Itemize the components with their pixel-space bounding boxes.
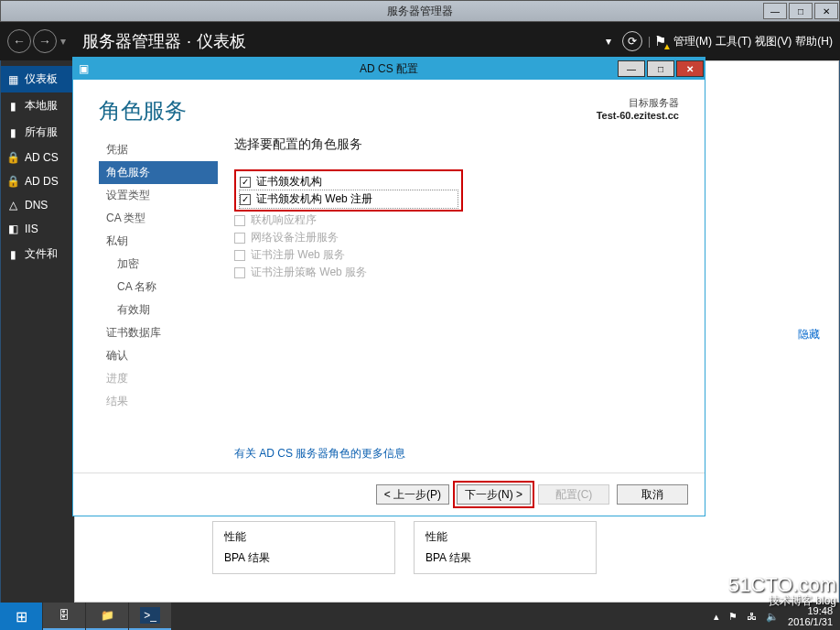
wizard-nav: 凭据 角色服务 设置类型 CA 类型 私钥 加密 CA 名称 有效期 证书数据库…: [99, 129, 218, 472]
sidebar-item-0[interactable]: ▦仪表板: [1, 66, 74, 92]
sidebar-item-icon: ◧: [6, 223, 19, 235]
content-title: 选择要配置的角色服务: [234, 136, 679, 153]
checkbox: [234, 250, 245, 261]
refresh-button[interactable]: ⟳: [622, 31, 642, 51]
taskbar-server-manager[interactable]: 🗄: [43, 603, 85, 630]
role-checkbox-row-2: 联机响应程序: [234, 212, 679, 229]
dialog-maximize-button[interactable]: □: [647, 60, 674, 77]
sidebar-item-5[interactable]: △DNS: [1, 193, 74, 217]
adcs-config-dialog: ▣ AD CS 配置 — □ ✕ 角色服务 目标服务器 Test-60.ezit…: [72, 57, 705, 516]
sidebar-item-3[interactable]: 🔒AD CS: [1, 146, 74, 169]
menu-help[interactable]: 帮助(H): [795, 34, 833, 49]
tray-volume-icon[interactable]: 🔈: [766, 611, 779, 623]
wizard-nav-cert-db[interactable]: 证书数据库: [99, 321, 218, 344]
wizard-nav-ca-type[interactable]: CA 类型: [99, 207, 218, 230]
role-checkbox-row-1[interactable]: 证书颁发机构 Web 注册: [240, 190, 458, 208]
wizard-nav-role-services[interactable]: 角色服务: [99, 161, 218, 184]
checkbox[interactable]: [240, 177, 251, 188]
sidebar-item-icon: ▮: [6, 100, 19, 113]
prev-button[interactable]: < 上一步(P): [376, 484, 449, 505]
arrow-left-icon: ←: [13, 34, 26, 49]
outer-window-title: 服务器管理器: [387, 4, 453, 19]
dialog-button-row: < 上一步(P) 下一步(N) > 配置(C) 取消: [73, 473, 705, 516]
wizard-nav-cryptography[interactable]: 加密: [99, 253, 218, 276]
sidebar-item-2[interactable]: ▮所有服: [1, 119, 74, 146]
dialog-close-button[interactable]: ✕: [676, 60, 704, 77]
start-button[interactable]: ⊞: [0, 603, 42, 630]
sidebar-item-7[interactable]: ▮文件和: [1, 241, 74, 267]
server-manager-icon: 🗄: [59, 609, 70, 622]
nav-back-button[interactable]: ←: [7, 29, 31, 53]
system-tray[interactable]: ▴ ⚑ 🖧 🔈 19:48 2016/1/31: [714, 605, 840, 627]
tray-time: 19:48: [788, 605, 833, 616]
highlighted-roles-box: 证书颁发机构证书颁发机构 Web 注册: [234, 169, 463, 212]
tray-network-icon[interactable]: 🖧: [747, 611, 757, 622]
sidebar-item-4[interactable]: 🔒AD DS: [1, 169, 74, 193]
wizard-nav-credentials[interactable]: 凭据: [99, 138, 218, 161]
tile-result: BPA 结果: [425, 550, 585, 566]
cancel-button[interactable]: 取消: [617, 484, 688, 505]
role-label: 联机响应程序: [251, 212, 317, 228]
taskbar: ⊞ 🗄 📁 >_ ▴ ⚑ 🖧 🔈 19:48 2016/1/31: [0, 603, 840, 630]
learn-more-link[interactable]: 有关 AD CS 服务器角色的更多信息: [234, 446, 679, 462]
taskbar-powershell[interactable]: >_: [129, 603, 171, 630]
sidebar-item-icon: △: [6, 199, 19, 212]
sidebar-item-icon: 🔒: [6, 151, 19, 164]
wizard-nav-private-key[interactable]: 私钥: [99, 230, 218, 253]
dialog-heading: 角色服务: [99, 96, 187, 125]
role-label: 证书注册策略 Web 服务: [251, 265, 367, 280]
outer-window-titlebar: 服务器管理器 — □ ✕: [0, 0, 840, 22]
role-label: 证书颁发机构: [256, 174, 322, 190]
dialog-title: AD CS 配置: [360, 61, 418, 77]
nav-forward-button[interactable]: →: [33, 29, 57, 53]
target-server-value: Test-60.ezitest.cc: [597, 110, 679, 121]
sidebar-item-1[interactable]: ▮本地服: [1, 92, 74, 119]
outer-maximize-button[interactable]: □: [789, 3, 813, 19]
breadcrumb: 服务器管理器 · 仪表板: [82, 30, 246, 52]
target-server-label: 目标服务器: [597, 96, 679, 110]
tray-clock[interactable]: 19:48 2016/1/31: [788, 605, 833, 627]
dialog-minimize-button[interactable]: —: [618, 60, 645, 77]
role-checkbox-row-4: 证书注册 Web 服务: [234, 246, 679, 264]
dialog-system-icon: ▣: [79, 62, 89, 75]
outer-minimize-button[interactable]: —: [763, 3, 787, 19]
role-checkbox-row-5: 证书注册策略 Web 服务: [234, 264, 679, 281]
server-manager-header: ← → ▾ 服务器管理器 · 仪表板 ▾ ⟳ | ⚑ ▲ 管理(M) 工具(T)…: [0, 22, 840, 60]
outer-close-button[interactable]: ✕: [814, 3, 838, 19]
tile-performance-1: 性能 BPA 结果: [212, 521, 395, 574]
role-checkbox-row-3: 网络设备注册服务: [234, 229, 679, 246]
sidebar-item-6[interactable]: ◧IIS: [1, 217, 74, 241]
wizard-content: 选择要配置的角色服务 证书颁发机构证书颁发机构 Web 注册联机响应程序网络设备…: [218, 129, 679, 472]
sidebar-item-icon: ▦: [6, 73, 19, 86]
tile-header: 性能: [224, 529, 383, 545]
wizard-nav-setup-type[interactable]: 设置类型: [99, 184, 218, 207]
tray-date: 2016/1/31: [788, 616, 833, 627]
menu-tools[interactable]: 工具(T): [716, 34, 751, 49]
notifications-button[interactable]: ⚑ ▲: [654, 33, 666, 49]
sidebar-item-label: 本地服: [25, 98, 58, 114]
tile-header: 性能: [425, 529, 585, 545]
role-checkbox-row-0[interactable]: 证书颁发机构: [240, 173, 458, 190]
tray-up-icon[interactable]: ▴: [714, 611, 719, 623]
taskbar-explorer[interactable]: 📁: [86, 603, 128, 630]
wizard-nav-ca-name[interactable]: CA 名称: [99, 276, 218, 299]
sidebar-item-label: 文件和: [25, 246, 58, 262]
windows-logo-icon: ⊞: [16, 608, 27, 625]
server-manager-nav: ▦仪表板▮本地服▮所有服🔒AD CS🔒AD DS△DNS◧IIS▮文件和: [1, 60, 74, 603]
tile-performance-2: 性能 BPA 结果: [414, 521, 597, 574]
next-button[interactable]: 下一步(N) >: [457, 484, 531, 505]
dialog-titlebar[interactable]: ▣ AD CS 配置 — □ ✕: [73, 58, 705, 80]
wizard-nav-validity[interactable]: 有效期: [99, 299, 218, 321]
arrow-right-icon: →: [38, 34, 51, 49]
role-label: 网络设备注册服务: [251, 230, 339, 245]
header-dropdown-1[interactable]: ▾: [606, 35, 611, 48]
hide-link[interactable]: 隐藏: [798, 327, 820, 342]
menu-view[interactable]: 视图(V): [755, 34, 792, 49]
breadcrumb-separator: ·: [187, 32, 191, 51]
menu-manage[interactable]: 管理(M): [673, 34, 712, 49]
checkbox[interactable]: [240, 194, 251, 205]
folder-icon: 📁: [101, 609, 114, 622]
nav-dropdown-icon[interactable]: ▾: [60, 35, 66, 48]
wizard-nav-confirm[interactable]: 确认: [99, 344, 218, 367]
tray-flag-icon[interactable]: ⚑: [728, 611, 738, 623]
